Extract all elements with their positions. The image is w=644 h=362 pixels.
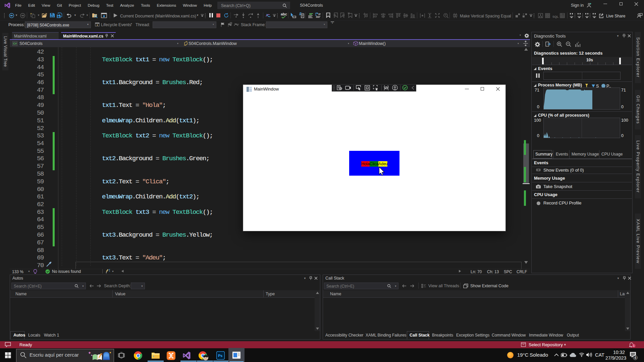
svg-text:?: ? <box>578 42 579 44</box>
svg-text:Ps: Ps <box>218 354 222 358</box>
